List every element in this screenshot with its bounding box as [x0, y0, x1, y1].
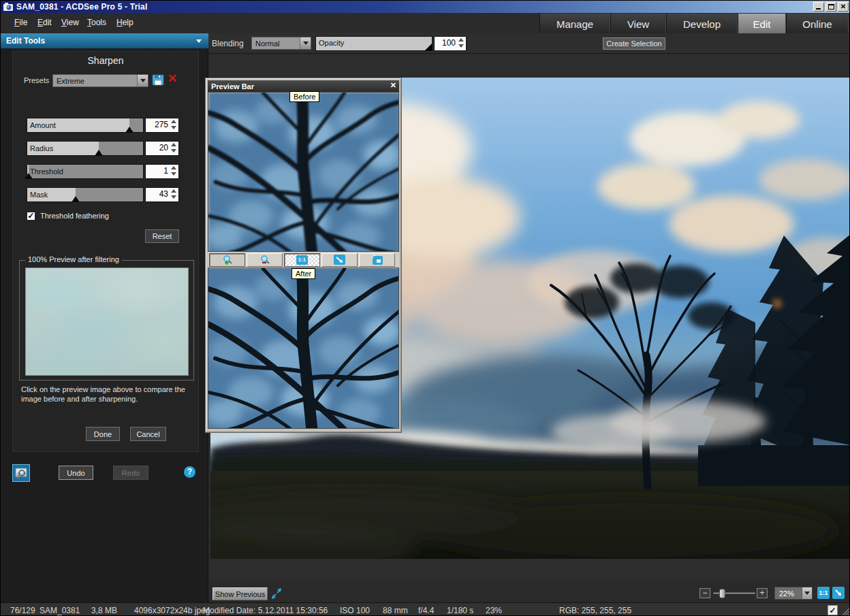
blending-toolbar: Blending Normal Opacity 100 Create Selec…: [208, 33, 850, 54]
threshold-slider[interactable]: Threshold: [27, 164, 144, 179]
preview-bar-toggle-button[interactable]: [12, 464, 30, 482]
blend-mode-value: Normal: [255, 39, 279, 48]
preview-bar-window[interactable]: Preview Bar ✕: [205, 78, 402, 433]
mask-value-box[interactable]: 43: [145, 187, 179, 202]
mask-slider[interactable]: Mask: [27, 187, 144, 202]
amount-slider-handle[interactable]: [125, 127, 133, 133]
radius-slider[interactable]: Radius: [27, 141, 144, 156]
mode-tabs: Manage View Develop Edit Online: [539, 14, 849, 35]
save-preset-icon[interactable]: [152, 74, 164, 86]
edit-tools-header[interactable]: Edit Tools: [1, 33, 208, 48]
menu-tools[interactable]: Tools: [87, 18, 106, 27]
reset-button[interactable]: Reset: [145, 229, 179, 243]
help-icon[interactable]: ?: [184, 466, 195, 478]
mask-slider-handle[interactable]: [72, 196, 80, 202]
opacity-slider[interactable]: Opacity: [315, 36, 432, 51]
tab-manage[interactable]: Manage: [539, 14, 610, 35]
undo-button[interactable]: Undo: [59, 466, 93, 480]
preview-bar-close-icon[interactable]: ✕: [390, 81, 396, 90]
mask-spinner[interactable]: [171, 189, 177, 200]
zoom-out-button[interactable]: [247, 253, 283, 267]
menu-view[interactable]: View: [61, 18, 79, 27]
fit-image-button[interactable]: [832, 587, 845, 599]
menu-help[interactable]: Help: [116, 18, 133, 27]
amount-slider-row: Amount 275: [27, 118, 179, 133]
threshold-spinner[interactable]: [171, 166, 177, 177]
status-rgb: RGB: 255, 255, 255: [559, 606, 631, 615]
status-checkmark[interactable]: ✓: [828, 605, 838, 615]
preview-groupbox-label: 100% Preview after filtering: [25, 255, 122, 263]
actual-size-button[interactable]: 1:1: [284, 253, 320, 267]
chevron-down-icon[interactable]: [196, 39, 202, 43]
tab-view[interactable]: View: [610, 14, 666, 35]
mask-value: 43: [159, 189, 168, 199]
done-button[interactable]: Done: [86, 427, 120, 441]
opacity-label: Opacity: [319, 39, 344, 47]
preview-100-image[interactable]: [25, 268, 189, 376]
mask-slider-row: Mask 43: [27, 187, 179, 202]
sharpen-heading: Sharpen: [12, 55, 199, 66]
delete-preset-icon[interactable]: ✕: [168, 71, 177, 86]
zoom-level-value: 22%: [779, 589, 794, 598]
pin-window-icon: [371, 255, 383, 265]
blend-mode-dropdown[interactable]: Normal: [251, 37, 311, 50]
amount-label: Amount: [30, 121, 56, 129]
app-camera-icon: [3, 3, 13, 11]
chevron-down-icon[interactable]: [137, 75, 148, 86]
radius-spinner[interactable]: [171, 143, 177, 154]
chevron-down-icon[interactable]: [802, 587, 812, 599]
amount-slider[interactable]: Amount: [27, 118, 144, 133]
radius-value-box[interactable]: 20: [145, 141, 179, 156]
threshold-slider-handle[interactable]: [25, 173, 33, 179]
show-previous-button[interactable]: Show Previous: [212, 587, 268, 600]
amount-spinner[interactable]: [171, 120, 177, 131]
magnifier-plus-icon: [222, 255, 233, 265]
threshold-value-box[interactable]: 1: [145, 164, 179, 179]
zoom-out-button[interactable]: −: [699, 588, 710, 598]
preview-after-image[interactable]: [208, 268, 399, 429]
cancel-button[interactable]: Cancel: [130, 427, 166, 441]
radius-slider-handle[interactable]: [95, 150, 103, 156]
tab-online[interactable]: Online: [786, 14, 849, 35]
fit-image-button[interactable]: [321, 253, 358, 267]
pan-arrows-icon[interactable]: [270, 587, 283, 600]
menu-edit[interactable]: Edit: [37, 18, 52, 27]
resize-grip[interactable]: [842, 608, 850, 616]
opacity-value-box[interactable]: 100: [434, 36, 467, 51]
opacity-spinner[interactable]: [458, 38, 465, 49]
redo-button[interactable]: Redo: [113, 466, 148, 480]
preview-before-image[interactable]: [208, 92, 399, 252]
presets-label: Presets: [24, 76, 49, 84]
zoom-slider-thumb[interactable]: [719, 589, 725, 598]
preview-bar-titlebar[interactable]: Preview Bar ✕: [208, 80, 399, 92]
threshold-feathering-checkbox[interactable]: ✓: [27, 212, 35, 221]
edit-tools-title: Edit Tools: [6, 36, 45, 46]
presets-dropdown[interactable]: Extreme: [52, 74, 148, 87]
pin-preview-button[interactable]: [359, 253, 395, 267]
tab-develop[interactable]: Develop: [666, 14, 738, 35]
diagonal-arrow-icon: [834, 588, 843, 598]
maximize-button[interactable]: [825, 2, 836, 12]
close-button[interactable]: ✕: [838, 2, 849, 12]
status-iso: ISO 100: [340, 606, 370, 615]
amount-value-box[interactable]: 275: [145, 118, 179, 133]
window-title: SAM_0381 - ACDSee Pro 5 - Trial: [16, 2, 148, 12]
blending-label: Blending: [212, 39, 244, 48]
chevron-down-icon[interactable]: [300, 37, 311, 49]
actual-size-button[interactable]: 1:1: [817, 587, 830, 599]
zoom-slider[interactable]: [713, 592, 755, 594]
zoom-in-button[interactable]: +: [757, 588, 768, 598]
minimize-button[interactable]: [813, 2, 824, 12]
preview-hint-text: Click on the preview image above to comp…: [21, 385, 195, 404]
status-modified-date: Modified Date: 5.12.2011 15:30:56: [203, 606, 328, 615]
status-focal-length: 88 mm: [383, 606, 408, 615]
zoom-in-button[interactable]: [209, 253, 245, 267]
mask-label: Mask: [30, 191, 48, 199]
opacity-slider-marker: [425, 44, 432, 50]
radius-label: Radius: [30, 144, 53, 152]
create-selection-button[interactable]: Create Selection: [603, 37, 665, 50]
tab-edit[interactable]: Edit: [738, 14, 786, 35]
image-magnifier-icon: [13, 465, 29, 481]
menu-file[interactable]: File: [14, 18, 27, 27]
zoom-level-dropdown[interactable]: 22%: [774, 587, 813, 600]
